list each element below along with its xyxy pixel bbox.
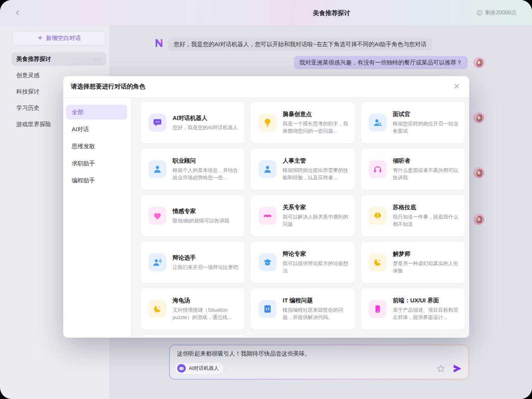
role-card-title: IT 编程问题	[283, 297, 349, 304]
user-voice-icon	[149, 253, 166, 271]
role-chip[interactable]: AI对话机器人	[174, 362, 224, 375]
send-button[interactable]	[452, 364, 462, 374]
role-card-title: 海龟汤	[173, 297, 238, 304]
robot-icon	[177, 364, 186, 373]
favorite-button[interactable]	[436, 364, 446, 374]
role-card[interactable]: 前端：UX/UI 界面基于产品描述、项目目标和受众群体，提供界面设计...	[361, 288, 465, 330]
role-card[interactable]: 关系专家我可以解决人际关系中遇到的问题	[251, 195, 355, 236]
role-card[interactable]: 面试官根据您应聘的岗位开启一轮业务面试	[361, 102, 465, 143]
role-card-description: 我只知道一件事，就是我什么都不知道	[393, 213, 459, 228]
role-card[interactable]: 职业顾问根据个人的基本信息，并结合就业市场趋势给您一些...	[141, 149, 245, 190]
page-title: 美食推荐探讨	[313, 9, 350, 17]
back-button[interactable]	[14, 9, 22, 17]
category-tab-label: 编程助手	[72, 177, 95, 184]
role-card-title: 辩论专家	[283, 250, 349, 258]
role-card-title: 人事主管	[283, 157, 349, 165]
role-card[interactable]: 苏格拉底我只知道一件事，就是我什么都不知道	[361, 195, 465, 236]
role-card[interactable]: AI对话机器人您好，我是您的AI对话机器人	[141, 102, 245, 143]
ai-message-row: 您好，我是您的AI对话机器人，您可以开始和我对话啦~在左下角选可择不同的AI助手…	[154, 38, 432, 51]
credits-badge[interactable]: 剩余20000点	[477, 9, 516, 16]
category-tab-label: 思维发散	[72, 143, 95, 150]
role-card[interactable]: 倾听者有什么委屈或者不高兴都可以告诉我	[361, 149, 465, 190]
role-card-title: 解梦师	[393, 250, 459, 258]
role-card-title: 倾听者	[393, 157, 459, 165]
role-card-description: 模拟编程社区来回答你的问题，并提供解决代码。	[283, 306, 349, 321]
category-tab[interactable]: 全部	[66, 105, 127, 120]
chat-bubble-icon	[149, 114, 166, 132]
phone-icon	[369, 300, 387, 318]
category-tabs: 全部AI对话思维发散求职助手编程助手	[63, 98, 131, 337]
role-card-description: 根据招聘岗位提出所需要的技能和经验，以及应聘者...	[283, 167, 349, 181]
role-card[interactable]: 辩论选手让我们来开启一场辩论比赛吧	[141, 242, 245, 283]
ai-logo-icon	[154, 38, 164, 49]
message-input[interactable]: 这些听起来都很吸引人！我期待尽快品尝这些美味。	[177, 350, 461, 357]
info-icon	[477, 10, 483, 16]
lightbulb-icon	[259, 114, 276, 132]
close-button[interactable]	[452, 82, 461, 92]
role-card[interactable]: 人事主管根据招聘岗位提出所需要的技能和经验，以及应聘者...	[251, 149, 355, 190]
category-tab-label: 求职助手	[72, 160, 95, 167]
ai-message-bubble: 您好，我是您的AI对话机器人，您可以开始和我对话啦~在左下角选可择不同的AI助手…	[168, 38, 432, 51]
role-card-title: 关系专家	[283, 204, 349, 211]
star-icon	[436, 364, 446, 374]
category-tab[interactable]: 编程助手	[66, 173, 127, 188]
new-chat-label: 新增空白对话	[46, 35, 81, 42]
user-avatar	[473, 112, 484, 123]
composer: 这些听起来都很吸引人！我期待尽快品尝这些美味。 AI对话机器人	[169, 345, 469, 380]
sidebar-item-label: 科技探讨	[16, 88, 40, 95]
user-search-icon	[369, 114, 387, 132]
role-select-modal: 请选择想要进行对话的角色 全部AI对话思维发散求职助手编程助手 AI对话机器人您…	[63, 76, 469, 338]
role-card-description: 梦是另一种虚幻却真实的人生体验	[393, 260, 459, 274]
category-tab[interactable]: 思维发散	[66, 139, 127, 154]
sidebar-item[interactable]: 美食推荐探讨···	[12, 52, 106, 66]
new-chat-button[interactable]: 新增空白对话	[12, 31, 105, 45]
plus-icon	[37, 35, 43, 42]
role-card-description: 您好，我是您的AI对话机器人	[173, 124, 238, 131]
role-card-title: 脑暴创意点	[283, 111, 349, 118]
sidebar-item-label: 美食推荐探讨	[16, 56, 51, 63]
moon-stars-icon	[369, 253, 387, 271]
user-avatar	[473, 167, 484, 178]
user-avatar	[473, 214, 484, 225]
role-card-description: 又叫情境猜谜（Situation puzzle）的游戏，通过残...	[173, 306, 238, 321]
role-card-partial[interactable]	[141, 335, 245, 337]
composer-actions	[436, 364, 462, 374]
composer-inner: 这些听起来都很吸引人！我期待尽快品尝这些美味。 AI对话机器人	[170, 345, 468, 379]
category-tab[interactable]: 求职助手	[66, 156, 127, 171]
role-card[interactable]: 海龟汤又叫情境猜谜（Situation puzzle）的游戏，通过残...	[141, 288, 245, 330]
user-message-row: 我对亚洲菜很感兴趣，有没有一些独特的餐厅或菜品可以推荐？	[294, 56, 484, 69]
category-tab[interactable]: AI对话	[66, 122, 127, 137]
role-card[interactable]: 情感专家跟他/她的烦恼可以告诉我	[141, 195, 245, 236]
app-window: 美食推荐探讨 剩余20000点 新增空白对话 美食推荐探讨···创意灵感科技探讨…	[0, 0, 532, 399]
role-card-description: 让我们来开启一场辩论比赛吧	[173, 264, 238, 271]
credits-label: 剩余20000点	[485, 9, 516, 16]
role-card-description: 我可以提供辩论双方的论据想法	[283, 260, 349, 274]
user-message-bubble: 我对亚洲菜很感兴趣，有没有一些独特的餐厅或菜品可以推荐？	[294, 56, 468, 69]
role-card-description: 根据您应聘的岗位开启一轮业务面试	[393, 120, 459, 135]
role-card[interactable]: 解梦师梦是另一种虚幻却真实的人生体验	[361, 242, 465, 283]
handshake-icon	[259, 207, 276, 225]
sidebar-item-label: 创意灵感	[16, 72, 40, 79]
role-card-description: 我是一个擅长思考的助手，我将围绕您问的一些问题...	[283, 120, 349, 135]
user-icon	[259, 160, 276, 178]
role-card-title: 职业顾问	[173, 157, 238, 165]
brain-icon	[369, 207, 387, 225]
role-card[interactable]: 辩论专家我可以提供辩论双方的论据想法	[251, 242, 355, 283]
category-tab-label: AI对话	[72, 126, 89, 133]
role-card-title: 辩论选手	[173, 254, 238, 262]
category-tab-label: 全部	[72, 109, 83, 116]
modal-header: 请选择想要进行对话的角色	[63, 76, 469, 98]
send-icon	[452, 364, 462, 374]
role-card[interactable]: IT 编程问题模拟编程社区来回答你的问题，并提供解决代码。	[251, 288, 355, 330]
close-icon	[453, 85, 461, 91]
role-chip-label: AI对话机器人	[189, 365, 219, 372]
role-card-title: 苏格拉底	[393, 204, 459, 211]
sidebar-item-label: 学习历史	[16, 104, 40, 112]
topbar: 美食推荐探讨 剩余20000点	[0, 0, 532, 26]
code-file-icon	[259, 300, 276, 318]
role-card-description: 根据个人的基本信息，并结合就业市场趋势给您一些...	[173, 167, 238, 181]
role-card[interactable]: 脑暴创意点我是一个擅长思考的助手，我将围绕您问的一些问题...	[251, 102, 355, 143]
ellipsis-icon[interactable]: ···	[94, 56, 102, 62]
role-card-description: 有什么委屈或者不高兴都可以告诉我	[393, 167, 459, 181]
modal-title: 请选择想要进行对话的角色	[71, 83, 145, 91]
